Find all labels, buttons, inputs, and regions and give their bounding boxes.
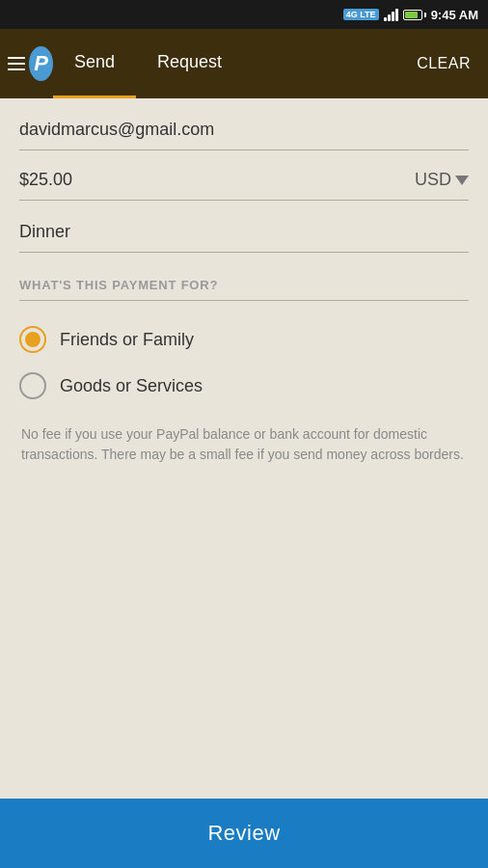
status-bar: 4G LTE 9:45 AM: [0, 0, 488, 29]
fee-info-text: No fee if you use your PayPal balance or…: [19, 424, 469, 465]
radio-friends-family[interactable]: Friends or Family: [19, 316, 469, 363]
battery-icon: [403, 10, 426, 20]
currency-dropdown-arrow: [455, 176, 469, 185]
amount-row: USD: [19, 156, 469, 201]
memo-input[interactable]: [19, 204, 469, 253]
radio-friends-family-button[interactable]: [19, 326, 46, 353]
tab-send[interactable]: Send: [53, 29, 136, 98]
radio-friends-family-label: Friends or Family: [60, 330, 194, 350]
radio-friends-family-fill: [25, 332, 41, 347]
radio-goods-services-button[interactable]: [19, 372, 46, 399]
currency-text: USD: [415, 170, 451, 190]
payment-type-group: Friends or Family Goods or Services: [19, 316, 469, 409]
radio-goods-services-label: Goods or Services: [60, 376, 203, 396]
email-field-wrapper: [19, 98, 469, 154]
review-button[interactable]: Review: [0, 799, 488, 868]
email-input[interactable]: [19, 102, 469, 150]
amount-input[interactable]: [19, 170, 415, 190]
menu-icon[interactable]: [8, 57, 25, 70]
signal-bars: [384, 8, 398, 21]
time-display: 9:45 AM: [431, 8, 478, 22]
paypal-logo: P: [29, 46, 53, 81]
tab-request[interactable]: Request: [136, 29, 243, 98]
nav-logo: P: [0, 29, 53, 98]
nav-tabs: Send Request: [53, 29, 399, 98]
radio-goods-services[interactable]: Goods or Services: [19, 363, 469, 409]
currency-selector[interactable]: USD: [415, 170, 469, 190]
review-button-label: Review: [207, 821, 280, 846]
memo-field-wrapper: [19, 201, 469, 257]
payment-for-label: WHAT'S THIS PAYMENT FOR?: [19, 278, 469, 301]
clear-button[interactable]: CLEAR: [399, 29, 488, 98]
main-content: USD WHAT'S THIS PAYMENT FOR? Friends or …: [0, 98, 488, 465]
network-badge: 4G LTE: [343, 9, 379, 20]
nav-bar: P Send Request CLEAR: [0, 29, 488, 98]
